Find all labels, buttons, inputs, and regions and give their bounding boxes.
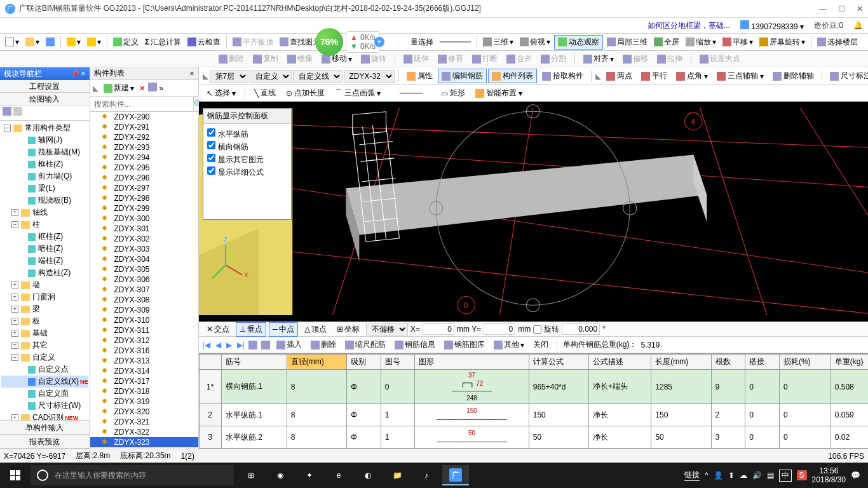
rebar-table[interactable]: 筋号直径(mm)级别图号图形计算公式公式描述长度(mm)根数搭接损耗(%)单重(…: [199, 353, 868, 449]
stretch-button[interactable]: 拉伸: [654, 52, 685, 65]
last-icon[interactable]: ▶|: [237, 341, 245, 349]
component-list[interactable]: ZDYX-290ZDYX-291ZDYX-292ZDYX-293ZDYX-294…: [90, 112, 198, 449]
edge-icon[interactable]: e: [325, 465, 352, 485]
tree-item[interactable]: −常用构件类型: [1, 122, 88, 134]
list-item[interactable]: ZDYX-323: [90, 437, 198, 447]
component-tree[interactable]: −常用构件类型轴网(J)筏板基础(M)框柱(Z)剪力墙(Q)梁(L)现浇板(B)…: [0, 121, 90, 420]
tray-icon[interactable]: ⬆: [728, 471, 735, 480]
start-button[interactable]: [3, 465, 28, 485]
pin-icon[interactable]: 📌: [71, 71, 79, 78]
tree-item[interactable]: 框柱(Z): [1, 231, 88, 243]
help-link[interactable]: 如何区分地框梁，基础...: [648, 20, 730, 31]
rotate-check[interactable]: [533, 325, 541, 334]
line-tool[interactable]: ╲ 直线: [250, 86, 280, 100]
trim-button[interactable]: 修剪: [435, 52, 466, 65]
list-item[interactable]: ZDYX-310: [90, 315, 198, 325]
list-item[interactable]: ZDYX-320: [90, 407, 198, 417]
nav-tab-draw[interactable]: 绘图输入: [0, 93, 90, 105]
snap-mid[interactable]: ─ 中点: [269, 322, 299, 337]
rebar-info-button[interactable]: 钢筋信息: [392, 338, 438, 351]
scale-rebar-button[interactable]: 缩尺配筋: [342, 338, 388, 351]
tree-item[interactable]: 框柱(Z): [1, 158, 88, 170]
close-button[interactable]: ✕: [857, 4, 863, 13]
select-tool[interactable]: ↖ 选择 ▾: [203, 86, 240, 100]
tree-item[interactable]: +梁: [1, 303, 88, 315]
tree-item[interactable]: 暗柱(Z): [1, 243, 88, 255]
sogou-icon[interactable]: S: [797, 470, 807, 480]
extend-button[interactable]: 延伸: [401, 52, 431, 65]
mirror-button[interactable]: 镜像: [285, 52, 315, 65]
merge-button[interactable]: 合并: [504, 52, 534, 65]
member-list-button[interactable]: 构件列表: [488, 69, 537, 83]
delete-button[interactable]: 删除: [216, 52, 247, 65]
list-item[interactable]: ZDYX-313: [90, 356, 198, 366]
table-row[interactable]: 2水平纵筋.18Φ1150─────────────150净长1502000.0…: [199, 404, 868, 426]
tree-item[interactable]: +轴线: [1, 207, 88, 219]
close-icon[interactable]: ×: [81, 69, 86, 78]
list-close-icon[interactable]: ×: [190, 69, 194, 78]
tree-item[interactable]: 梁(L): [1, 182, 88, 194]
maximize-button[interactable]: ☐: [838, 4, 845, 13]
align-button[interactable]: 对齐▾: [581, 52, 616, 65]
tray-icon[interactable]: ▤: [767, 471, 774, 480]
tree-item[interactable]: −自定义: [1, 351, 88, 363]
delete-row-button[interactable]: 删除: [308, 338, 339, 351]
list-item[interactable]: ZDYX-322: [90, 427, 198, 437]
new-button[interactable]: ▾: [3, 36, 22, 48]
list-item[interactable]: ZDYX-309: [90, 305, 198, 315]
other-button[interactable]: 其他▾: [491, 338, 527, 351]
define-button[interactable]: 定义: [111, 36, 141, 49]
list-item[interactable]: ZDYX-295: [90, 163, 198, 173]
list-item[interactable]: ZDYX-321: [90, 417, 198, 427]
pan-button[interactable]: 平移▾: [720, 36, 756, 49]
redo-button[interactable]: ▾: [85, 36, 104, 48]
tree-item[interactable]: −柱: [1, 219, 88, 231]
select-floor-button[interactable]: 选择楼层: [815, 36, 860, 49]
snap-coord[interactable]: ⊞ 坐标: [333, 322, 363, 337]
level-top-button[interactable]: 平齐板顶: [230, 36, 276, 49]
tool-icon[interactable]: [248, 341, 257, 349]
rect-tool[interactable]: ▭ 矩形: [437, 86, 469, 100]
dimension-button[interactable]: 尺寸标注▾: [826, 69, 868, 83]
single-input-tab[interactable]: 单构件输入: [0, 421, 90, 435]
tree-item[interactable]: 构造柱(Z): [1, 267, 88, 279]
parallel-button[interactable]: 平行: [637, 69, 671, 83]
smart-layout-tool[interactable]: 智能布置 ▾: [471, 86, 526, 100]
props-button[interactable]: 属性: [403, 69, 437, 83]
bell-icon[interactable]: 🔔: [853, 21, 863, 30]
insert-row-button[interactable]: 插入: [274, 338, 304, 351]
rebar-lib-button[interactable]: 钢筋图库: [442, 338, 487, 351]
copy-button[interactable]: 复制: [250, 52, 281, 65]
tree-item[interactable]: 端柱(Z): [1, 255, 88, 267]
rebar-option[interactable]: 显示其它图元: [207, 153, 287, 166]
offset-button[interactable]: 偏移: [620, 52, 651, 65]
screen-rotate-button[interactable]: 屏幕旋转▾: [757, 36, 808, 49]
list-item[interactable]: ZDYX-293: [90, 142, 198, 152]
table-row[interactable]: 3水平纵筋.28Φ150─────────────50净长503000.02: [199, 426, 868, 449]
tool-icon-2[interactable]: [261, 341, 270, 349]
undo-button[interactable]: ▾: [64, 36, 83, 48]
list-item[interactable]: ZDYX-299: [90, 203, 198, 214]
ggj-taskbar-icon[interactable]: 广: [442, 465, 469, 485]
offset-mode[interactable]: 不偏移: [366, 323, 408, 336]
table-row[interactable]: 4水平纵筋.38Φ11450─────────────1450净长1450200…: [199, 449, 868, 449]
taskbar-search[interactable]: 在这里输入你要搜索的内容: [31, 465, 234, 485]
list-item[interactable]: ZDYX-314: [90, 366, 198, 376]
top-view-button[interactable]: 俯视▾: [517, 36, 553, 49]
snap-perp[interactable]: ⊥ 垂点: [236, 322, 266, 337]
tree-item[interactable]: 尺寸标注(W): [1, 400, 88, 412]
search-input[interactable]: [90, 97, 193, 111]
list-item[interactable]: ZDYX-298: [90, 193, 198, 203]
set-grip-button[interactable]: 设置夹点: [697, 52, 743, 65]
list-item[interactable]: ZDYX-307: [90, 285, 198, 295]
list-item[interactable]: ZDYX-292: [90, 132, 198, 142]
list-item[interactable]: ZDYX-294: [90, 152, 198, 163]
next-icon[interactable]: ▶: [226, 341, 232, 349]
list-item[interactable]: ZDYX-300: [90, 214, 198, 224]
list-item[interactable]: ZDYX-302: [90, 234, 198, 244]
tree-item[interactable]: 剪力墙(Q): [1, 170, 88, 182]
list-item[interactable]: ZDYX-311: [90, 325, 198, 336]
floor-select[interactable]: 第7层: [210, 70, 248, 83]
split-button[interactable]: 分割: [538, 52, 569, 65]
ime-indicator[interactable]: 中: [779, 470, 792, 482]
